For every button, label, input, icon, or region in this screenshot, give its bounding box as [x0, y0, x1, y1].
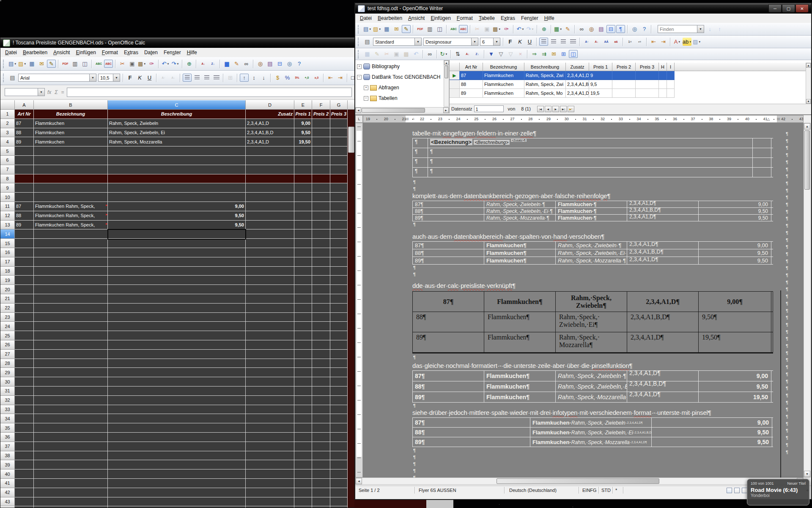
row-header-15[interactable]: 15: [0, 239, 15, 248]
cell-A19[interactable]: [15, 276, 34, 285]
function-wizard-icon[interactable]: fx: [47, 89, 51, 95]
column-header-E[interactable]: E: [294, 100, 312, 110]
cell-F33[interactable]: [312, 405, 330, 414]
cell-A44[interactable]: [15, 506, 34, 508]
grid-empty-row[interactable]: [450, 98, 712, 104]
writer-menu-ansicht[interactable]: Ansicht: [405, 14, 428, 22]
row-header-2[interactable]: 2: [0, 119, 15, 128]
cell-A28[interactable]: [15, 359, 34, 368]
doc-cell[interactable]: 9,50: [699, 381, 771, 392]
cell-A5[interactable]: [15, 146, 34, 156]
row-header-4[interactable]: 4: [0, 137, 15, 146]
cell-B37[interactable]: [34, 442, 108, 451]
cell-C9[interactable]: [108, 183, 246, 193]
left-indent-marker[interactable]: ⌂: [412, 117, 414, 121]
doc-table-db-hand-shifted[interactable]: 87¶Flammkuchen¶Rahm,·Speck,·Zwiebeln·¶2,…: [412, 241, 773, 265]
cell-C38[interactable]: [108, 451, 246, 461]
cell-E34[interactable]: [294, 414, 312, 423]
cell-G13[interactable]: [330, 221, 348, 230]
doc-table-db-wrong-order[interactable]: 87¶Rahm,·Speck,·Zwiebeln·¶Flammkuchen·¶2…: [412, 201, 773, 221]
cell-F25[interactable]: [312, 331, 330, 340]
tree-item-tabellen[interactable]: −Tabellen: [364, 95, 398, 101]
chevron-down-icon[interactable]: ▼: [143, 63, 146, 65]
cell-D29[interactable]: [246, 368, 294, 377]
paste-icon[interactable]: ▩▼: [492, 25, 501, 33]
row-header-29[interactable]: 29: [0, 368, 15, 377]
cell-E16[interactable]: [294, 248, 312, 257]
tree-scroll-thumb[interactable]: [444, 66, 448, 78]
cell-B14[interactable]: [34, 229, 108, 239]
close-button[interactable]: ✕: [796, 4, 809, 13]
cell-G23[interactable]: [330, 313, 348, 322]
doc-cell[interactable]: [753, 158, 771, 167]
doc-cell[interactable]: 88¶: [413, 428, 530, 437]
cell-A36[interactable]: [15, 433, 34, 442]
cell-G1[interactable]: Preis 3: [330, 110, 348, 119]
find-toolbar-input[interactable]: Finden▼: [658, 25, 704, 33]
right-indent-marker[interactable]: △: [767, 117, 770, 121]
writer-menu-tabelle[interactable]: Tabelle: [476, 14, 498, 22]
save-icon[interactable]: ▦: [27, 60, 36, 68]
cell-B29[interactable]: [34, 368, 108, 377]
status-insert-mode[interactable]: EINFG: [582, 488, 597, 493]
new-document-icon[interactable]: ▤▼: [363, 25, 372, 33]
cell-E5[interactable]: [294, 146, 312, 156]
cell-F37[interactable]: [312, 442, 330, 451]
cell-E21[interactable]: [294, 294, 312, 304]
row-header-8[interactable]: 8: [0, 174, 15, 184]
refresh-icon[interactable]: ↻▼: [439, 50, 448, 58]
chevron-down-icon[interactable]: ▼: [493, 38, 500, 45]
doc-table-row[interactable]: 88¶Flammkuchen·Rahm,·Speck,·Zwiebeln,·Ei…: [413, 428, 773, 437]
cell-C13[interactable]: 9,50: [108, 221, 246, 230]
row-header-16[interactable]: 16: [0, 248, 15, 257]
cell-B21[interactable]: [34, 294, 108, 304]
grid-vertical-scrollbar[interactable]: ▲▼: [806, 63, 811, 104]
save-icon[interactable]: ▦: [382, 25, 391, 33]
cell-E42[interactable]: [294, 488, 312, 497]
cell-A13[interactable]: 89: [15, 221, 34, 230]
row-header-28[interactable]: 28: [0, 359, 15, 368]
doc-table-formatted[interactable]: 87¶Flammkuchen¶Rahm,·Speck,·Zwiebeln·¶2,…: [412, 370, 773, 403]
cell-C15[interactable]: [108, 239, 246, 248]
doc-cell[interactable]: [753, 138, 771, 148]
cell-G40[interactable]: [330, 469, 348, 479]
doc-cell[interactable]: 2,3,4,A1,D¶: [627, 201, 699, 207]
cell-F4[interactable]: [312, 137, 330, 146]
cell-G7[interactable]: [330, 165, 348, 174]
cell-A33[interactable]: [15, 405, 34, 414]
open-icon[interactable]: ▨▼: [18, 60, 27, 68]
cell-A27[interactable]: [15, 350, 34, 359]
cell-G21[interactable]: [330, 294, 348, 304]
cell-B34[interactable]: [34, 414, 108, 423]
cell-C41[interactable]: [108, 479, 246, 488]
cell-A7[interactable]: [15, 165, 34, 174]
row-header-6[interactable]: 6: [0, 156, 15, 165]
doc-cell[interactable]: 9,00: [699, 242, 771, 249]
cell-D31[interactable]: [246, 387, 294, 396]
gallery-icon[interactable]: ▤: [266, 60, 274, 68]
status-selection-mode[interactable]: STD: [601, 488, 611, 493]
doc-cell[interactable]: Flammkuchen¶: [484, 371, 556, 381]
cell-C43[interactable]: [108, 497, 246, 507]
cell-G38[interactable]: [330, 451, 348, 461]
cut-icon[interactable]: ✂: [382, 50, 391, 58]
doc-cell[interactable]: [753, 168, 771, 177]
cell-B6[interactable]: [34, 156, 108, 165]
hyperlink-icon[interactable]: ⊕: [540, 25, 549, 33]
undo-icon[interactable]: ↶: [411, 50, 420, 58]
insert-chart-icon[interactable]: ▆: [222, 60, 231, 68]
cell-B24[interactable]: [34, 322, 108, 331]
cell-F26[interactable]: [312, 340, 330, 350]
paragraph-style-combo[interactable]: Standard▼: [373, 38, 422, 46]
cell-F28[interactable]: [312, 359, 330, 368]
chevron-down-icon[interactable]: ▼: [521, 28, 524, 30]
shrink-font-icon[interactable]: A↓: [592, 38, 601, 46]
cell-F41[interactable]: [312, 479, 330, 488]
doc-cell[interactable]: 2,3,4,A1,B,D¶: [627, 381, 699, 392]
calc-menu-einfügen[interactable]: Einfügen: [73, 49, 99, 56]
cell-A20[interactable]: [15, 285, 34, 294]
sort-ascending-icon[interactable]: A↓: [199, 60, 208, 68]
toolbar-grip[interactable]: [3, 60, 5, 68]
cell-E30[interactable]: [294, 377, 312, 387]
cell-D3[interactable]: 2,3,4,A1,B,D: [246, 128, 294, 138]
